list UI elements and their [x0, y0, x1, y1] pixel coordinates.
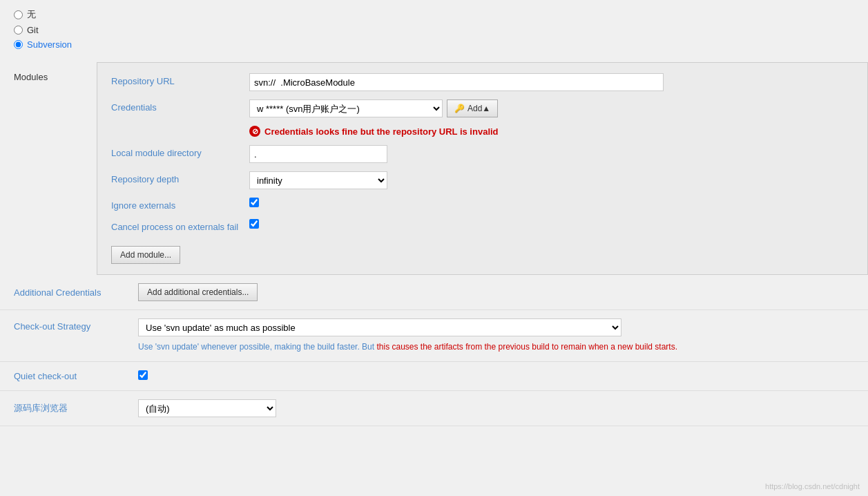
credentials-select[interactable]: w ***** (svn用户账户之一)	[249, 99, 443, 117]
radio-git[interactable]: Git	[14, 25, 854, 35]
add-additional-credentials-button[interactable]: Add additional credentials...	[138, 283, 258, 301]
credentials-row: Credentials w ***** (svn用户账户之一) 🔑 Add▲	[111, 99, 853, 117]
key-icon: 🔑	[454, 104, 465, 113]
add-credentials-button[interactable]: 🔑 Add▲	[447, 99, 498, 117]
radio-svn-label: Subversion	[27, 39, 72, 50]
svn-browser-content: (自动)	[138, 399, 276, 417]
quiet-checkout-label: Quiet check-out	[14, 371, 138, 381]
local-dir-controls	[249, 145, 853, 163]
ignore-externals-label: Ignore externals	[111, 198, 249, 211]
quiet-checkout-row: Quiet check-out	[0, 362, 868, 391]
add-module-button[interactable]: Add module...	[111, 246, 180, 264]
radio-none-label: 无	[27, 8, 36, 21]
checkout-strategy-row: Check-out Strategy Use 'svn update' as m…	[0, 310, 868, 362]
repository-url-label: Repository URL	[111, 73, 249, 86]
radio-git-label: Git	[27, 25, 39, 35]
help-text-normal: Use 'svn update' whenever possible, maki…	[138, 342, 376, 352]
cancel-process-checkbox[interactable]	[249, 219, 259, 229]
cancel-process-label: Cancel process on externals fail	[111, 219, 249, 232]
modules-label-text: Modules	[14, 72, 48, 82]
ignore-externals-row: Ignore externals	[111, 198, 853, 211]
checkout-strategy-content: Use 'svn update' as much as possible Alw…	[138, 318, 677, 353]
svn-browser-select[interactable]: (自动)	[138, 399, 276, 417]
additional-credentials-row: Additional Credentials Add additional cr…	[0, 275, 868, 310]
add-btn-label: Add▲	[467, 104, 490, 113]
modules-label: Modules	[14, 62, 97, 82]
repo-depth-label: Repository depth	[111, 171, 249, 184]
error-message: Credentials looks fine but the repositor…	[264, 126, 499, 137]
radio-svn[interactable]: Subversion	[14, 39, 854, 50]
repository-url-row: Repository URL	[111, 73, 853, 91]
local-dir-input[interactable]	[249, 145, 387, 163]
modules-content: Repository URL Credentials w ***** (svn用…	[97, 62, 868, 275]
ignore-externals-controls	[249, 198, 853, 207]
additional-credentials-content: Add additional credentials...	[138, 283, 258, 301]
ignore-externals-checkbox[interactable]	[249, 198, 259, 207]
svn-browser-label: 源码库浏览器	[14, 402, 138, 414]
error-row: ⊘ Credentials looks fine but the reposit…	[249, 126, 853, 137]
additional-credentials-label: Additional Credentials	[14, 287, 138, 298]
checkout-strategy-help: Use 'svn update' whenever possible, maki…	[138, 341, 677, 353]
repository-url-input[interactable]	[249, 73, 664, 91]
page-wrapper: 无 Git Subversion Modules Repository URL	[0, 0, 868, 496]
local-dir-label: Local module directory	[111, 145, 249, 158]
add-cred-btn-label: Add additional credentials...	[147, 287, 249, 297]
depth-select[interactable]: infinity immediates files empty	[249, 171, 387, 189]
add-module-btn-label: Add module...	[120, 250, 171, 260]
repo-depth-controls: infinity immediates files empty	[249, 171, 853, 189]
checkout-strategy-label: Check-out Strategy	[14, 318, 138, 332]
credentials-controls: w ***** (svn用户账户之一) 🔑 Add▲	[249, 99, 853, 117]
svn-browser-row: 源码库浏览器 (自动)	[0, 391, 868, 426]
radio-none[interactable]: 无	[14, 8, 854, 21]
cancel-process-controls	[249, 219, 853, 229]
add-module-wrap: Add module...	[111, 240, 853, 264]
svn-section: Modules Repository URL Credentials w ***…	[14, 62, 868, 275]
repository-url-controls	[249, 73, 853, 91]
repo-depth-row: Repository depth infinity immediates fil…	[111, 171, 853, 189]
cancel-process-row: Cancel process on externals fail	[111, 219, 853, 232]
error-icon: ⊘	[249, 126, 260, 137]
local-dir-row: Local module directory	[111, 145, 853, 163]
quiet-checkout-checkbox[interactable]	[138, 370, 148, 380]
checkout-strategy-select[interactable]: Use 'svn update' as much as possible Alw…	[138, 318, 621, 336]
help-text-red: this causes the artifacts from the previ…	[376, 342, 677, 352]
credentials-label: Credentials	[111, 99, 249, 113]
watermark: https://blog.csdn.net/cdnight	[765, 482, 860, 490]
quiet-checkout-content	[138, 370, 148, 382]
radio-section: 无 Git Subversion	[0, 0, 868, 62]
